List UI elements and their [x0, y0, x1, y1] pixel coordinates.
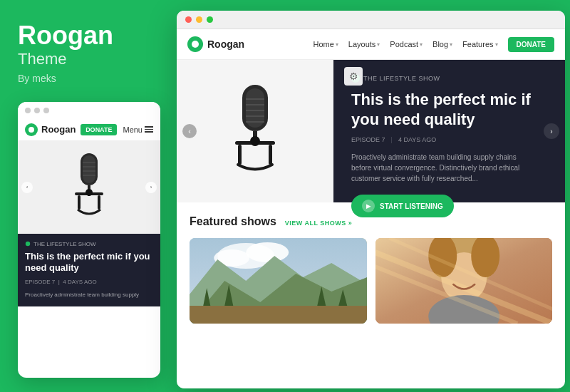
svg-point-12: [26, 242, 30, 246]
browser-window: Roogan Home ▾ Layouts ▾ Podcast ▾ Blog ▾…: [177, 11, 565, 388]
play-icon: ▶: [362, 200, 375, 212]
shows-grid: [190, 238, 552, 324]
person-photo: [375, 238, 553, 324]
hero-next-button[interactable]: ›: [544, 123, 559, 139]
mobile-menu-button[interactable]: Menu: [123, 125, 153, 134]
browser-maximize-dot: [207, 16, 213, 23]
svg-point-13: [192, 41, 199, 48]
mic-image: [68, 150, 110, 225]
hero-prev-button[interactable]: ‹: [182, 124, 197, 138]
person-image: [375, 238, 553, 324]
mobile-hero-title: This is the perfect mic if you need qual…: [25, 251, 153, 275]
brand-subtitle: Theme: [18, 50, 160, 68]
site-donate-button[interactable]: DONATE: [508, 37, 554, 52]
mobile-dot-3: [43, 108, 49, 113]
mobile-next-button[interactable]: ›: [145, 182, 157, 193]
nav-features[interactable]: Features ▾: [462, 40, 497, 48]
mobile-hero-desc: Proactively administrate team building s…: [25, 291, 153, 299]
mobile-dot-1: [25, 108, 31, 113]
mobile-show-label: THE LIFESTYLE SHOW: [25, 241, 153, 247]
hero-title: This is the perfect mic if you need qual…: [351, 90, 551, 129]
hero-mic-image: [227, 81, 284, 181]
mobile-preview-card: Roogan DONATE Menu ‹: [18, 102, 160, 378]
left-panel: Roogan Theme By meks Roogan DONATE Menu: [0, 0, 178, 392]
settings-icon[interactable]: ⚙: [344, 67, 363, 86]
hero-description: Proactively administrate team building s…: [351, 152, 537, 184]
mobile-hero-meta: EPISODE 7 | 4 DAYS AGO: [25, 279, 153, 285]
browser-minimize-dot: [196, 16, 202, 23]
site-logo-circle: [187, 36, 203, 52]
mobile-logo-text: Roogan: [41, 124, 76, 135]
hero-text: THE LIFESTYLE SHOW This is the perfect m…: [333, 60, 565, 202]
hero-section: ⚙ ‹: [177, 60, 565, 202]
mobile-logo-circle: [25, 123, 38, 136]
mobile-donate-button[interactable]: DONATE: [81, 124, 117, 135]
hero-image: ‹: [177, 60, 333, 202]
nav-items: Home ▾ Layouts ▾ Podcast ▾ Blog ▾ Featur…: [313, 37, 554, 52]
nav-home[interactable]: Home ▾: [313, 40, 338, 48]
view-all-link[interactable]: VIEW ALL SHOWS »: [285, 220, 353, 227]
hero-show-label: THE LIFESTYLE SHOW: [351, 74, 551, 83]
browser-topbar: [177, 11, 565, 29]
svg-point-29: [246, 242, 289, 262]
show-card-mountains[interactable]: [190, 238, 367, 324]
nav-layouts[interactable]: Layouts ▾: [348, 40, 380, 48]
mobile-topbar: [18, 102, 160, 119]
svg-rect-10: [98, 195, 100, 210]
site-logo: Roogan: [187, 36, 244, 52]
svg-rect-24: [269, 145, 272, 165]
mobile-nav: Roogan DONATE Menu: [18, 119, 160, 141]
svg-rect-33: [190, 306, 367, 324]
mountains-image: [190, 238, 367, 324]
featured-section: Featured shows VIEW ALL SHOWS »: [177, 202, 565, 334]
hamburger-icon: [145, 126, 153, 133]
svg-point-11: [86, 189, 93, 196]
featured-title: Featured shows: [190, 215, 276, 228]
svg-point-25: [250, 136, 260, 146]
mobile-prev-button[interactable]: ‹: [21, 182, 33, 193]
site-logo-text: Roogan: [207, 38, 244, 50]
mobile-content: THE LIFESTYLE SHOW This is the perfect m…: [18, 234, 160, 306]
mobile-nav-right: DONATE Menu: [81, 124, 153, 135]
svg-rect-9: [78, 195, 81, 210]
show-card-person[interactable]: [375, 238, 553, 324]
start-listening-button[interactable]: ▶ START LISTENING: [351, 195, 454, 217]
mobile-dot-2: [34, 108, 40, 113]
nav-blog[interactable]: Blog ▾: [432, 40, 452, 48]
brand-author: By meks: [18, 73, 160, 84]
browser-close-dot: [185, 16, 192, 23]
svg-rect-2: [83, 155, 95, 183]
hero-meta: EPISODE 7 | 4 DAYS AGO: [351, 136, 551, 143]
svg-rect-23: [238, 145, 242, 165]
brand-title: Roogan: [18, 21, 160, 50]
svg-point-0: [28, 127, 34, 133]
nav-podcast[interactable]: Podcast ▾: [390, 40, 423, 48]
mobile-logo: Roogan: [25, 123, 76, 136]
mobile-hero-image: ‹ ›: [18, 141, 160, 234]
site-nav: Roogan Home ▾ Layouts ▾ Podcast ▾ Blog ▾…: [177, 29, 565, 60]
